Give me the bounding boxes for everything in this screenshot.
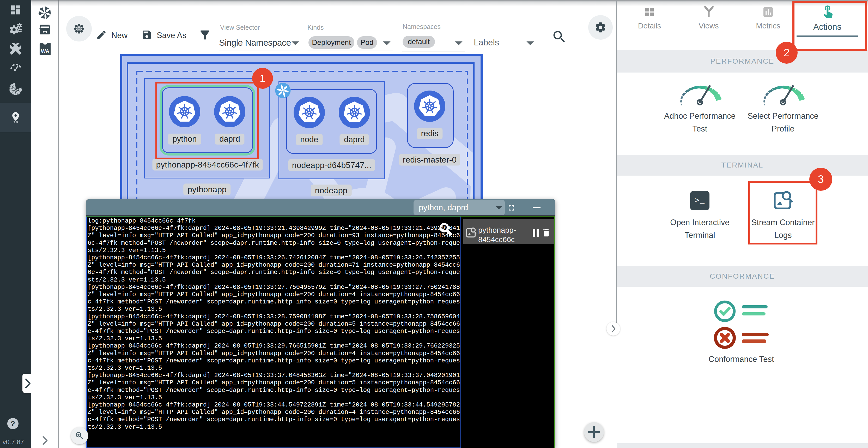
svg-text:WA: WA	[41, 48, 49, 54]
